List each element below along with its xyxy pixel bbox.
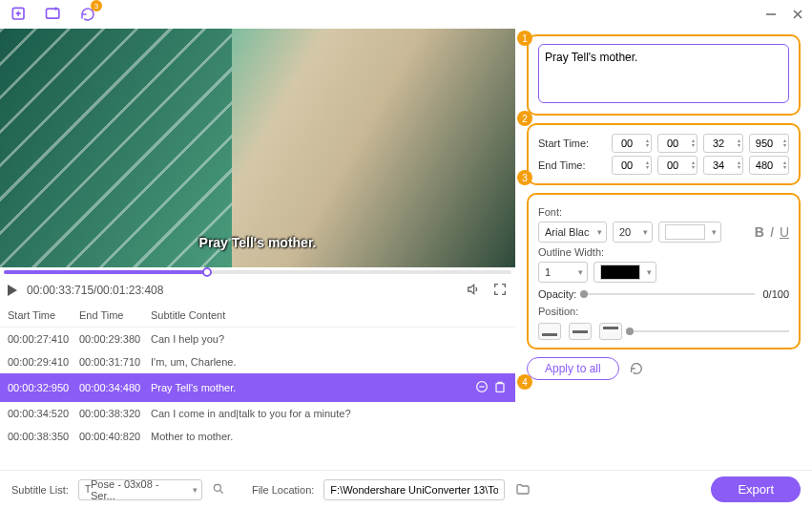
font-label: Font:	[538, 206, 789, 218]
export-button[interactable]: Export	[711, 476, 801, 502]
search-icon[interactable]	[212, 482, 225, 497]
subtitle-rows: 00:00:27:41000:00:29:380Can I help you?0…	[0, 328, 515, 457]
left-panel: Pray Tell's mother. 00:00:33:715/00:01:2…	[0, 29, 515, 470]
time-panel: Start Time: ▴▾ ▴▾ ▴▾ ▴▾ End Time: ▴▾ ▴▾ …	[527, 123, 801, 185]
start-time-label: Start Time:	[538, 138, 597, 149]
header-content: Subtitle Content	[151, 309, 508, 321]
underline-button[interactable]: U	[780, 224, 789, 240]
step-marker-3: 3	[517, 170, 532, 185]
step-marker-1: 1	[517, 31, 532, 46]
start-sec[interactable]: ▴▾	[703, 134, 743, 153]
subtitle-text-input[interactable]	[538, 44, 789, 103]
italic-button[interactable]: I	[770, 224, 774, 240]
position-middle[interactable]	[569, 323, 592, 340]
position-label: Position:	[538, 306, 789, 317]
end-time-label: End Time:	[538, 159, 597, 171]
subtitle-list-select[interactable]: T Pose - 03x08 - Ser...	[78, 479, 202, 500]
start-ms[interactable]: ▴▾	[749, 134, 789, 153]
play-button[interactable]	[8, 285, 17, 296]
volume-icon[interactable]	[466, 282, 481, 300]
footer: Subtitle List: T Pose - 03x08 - Ser... F…	[0, 470, 812, 508]
apply-to-all-button[interactable]: Apply to all	[527, 357, 619, 380]
video-caption: Pray Tell's mother.	[199, 235, 317, 250]
table-row[interactable]: 00:00:27:41000:00:29:380Can I help you?	[0, 328, 515, 350]
table-row[interactable]: 00:00:34:52000:00:38:320Can I come in an…	[0, 402, 515, 425]
refresh-icon[interactable]: 3	[76, 3, 99, 26]
position-slider[interactable]	[630, 330, 789, 332]
svg-rect-1	[47, 9, 59, 18]
start-min[interactable]: ▴▾	[657, 134, 697, 153]
right-panel: 1 2 3 4 Start Time: ▴▾ ▴▾ ▴▾ ▴▾ End Time…	[515, 29, 812, 470]
file-location-input[interactable]	[323, 479, 505, 500]
badge-count: 3	[91, 0, 102, 11]
header-start: Start Time	[8, 309, 79, 321]
subtitle-text-panel	[527, 34, 801, 116]
reset-icon[interactable]	[629, 361, 644, 376]
fullscreen-icon[interactable]	[492, 282, 508, 300]
playback-controls: 00:00:33:715/00:01:23:408	[0, 277, 515, 304]
end-hour[interactable]: ▴▾	[612, 156, 652, 175]
video-preview[interactable]: Pray Tell's mother.	[0, 29, 515, 267]
subtitle-list-label: Subtitle List:	[11, 484, 69, 496]
svg-line-9	[220, 490, 223, 493]
bold-button[interactable]: B	[755, 224, 764, 240]
position-bottom[interactable]	[538, 323, 561, 340]
svg-rect-7	[496, 384, 504, 392]
svg-point-8	[214, 484, 220, 491]
svg-marker-5	[468, 285, 474, 293]
end-sec[interactable]: ▴▾	[703, 156, 743, 175]
font-name-select[interactable]: Arial Blac	[538, 222, 607, 243]
add-file-icon[interactable]	[8, 3, 31, 26]
folder-icon[interactable]	[514, 482, 531, 497]
minimize-button[interactable]	[764, 8, 778, 21]
outline-label: Outline Width:	[538, 246, 789, 258]
step-marker-4: 4	[517, 374, 532, 390]
end-ms[interactable]: ▴▾	[749, 156, 789, 175]
start-hour[interactable]: ▴▾	[612, 134, 652, 153]
subtitle-table-header: Start Time End Time Subtitle Content	[0, 304, 515, 328]
opacity-value: 0/100	[762, 288, 789, 300]
font-size-select[interactable]: 20	[613, 222, 653, 243]
titlebar: 3	[0, 0, 812, 29]
add-subtitle-icon[interactable]	[42, 3, 65, 26]
file-location-label: File Location:	[252, 484, 314, 496]
table-row[interactable]: 00:00:32:95000:00:34:480Pray Tell's moth…	[0, 373, 515, 402]
outline-width-select[interactable]: 1	[538, 262, 588, 283]
outline-color-select[interactable]	[593, 262, 656, 283]
end-min[interactable]: ▴▾	[657, 156, 697, 175]
table-row[interactable]: 00:00:38:35000:00:40:820Mother to mother…	[0, 425, 515, 448]
opacity-slider[interactable]	[584, 293, 755, 295]
font-panel: Font: Arial Blac 20 B I U Outline Width:…	[527, 193, 801, 349]
table-row[interactable]: 00:00:29:41000:00:31:710I'm, um, Charlen…	[0, 350, 515, 373]
position-top[interactable]	[599, 323, 622, 340]
header-end: End Time	[79, 309, 151, 321]
font-color-select[interactable]	[658, 222, 721, 243]
timecode: 00:00:33:715/00:01:23:408	[27, 284, 163, 297]
step-marker-2: 2	[517, 111, 532, 126]
close-button[interactable]	[791, 8, 804, 21]
opacity-label: Opacity:	[538, 288, 576, 300]
progress-bar[interactable]	[0, 267, 515, 277]
